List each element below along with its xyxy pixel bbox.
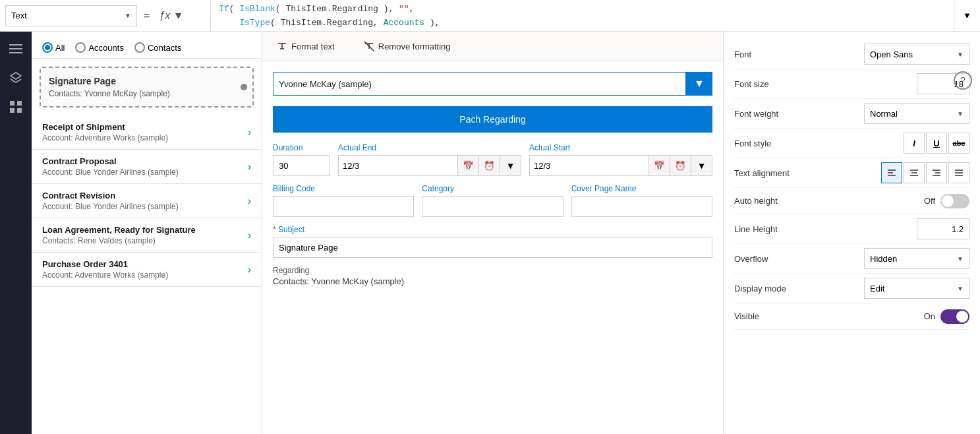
actual-start-field: 📅 ⏰ ▼ [529,155,712,176]
font-weight-label: Font weight [734,109,778,119]
align-justify-icon [954,168,964,178]
formula-equals: = [141,10,152,22]
form-content: ▼ Pach Regarding Duration Actual End 📅 ⏰ [262,61,723,297]
radio-accounts-label: Accounts [88,43,123,53]
help-icon[interactable]: ? [954,71,972,90]
remove-formatting-icon [364,41,374,51]
font-style-label: Font style [734,139,771,148]
actual-end-time-icon[interactable]: ⏰ [479,155,500,176]
actual-end-input[interactable] [338,155,458,176]
contract-title-3: Contract Revision [42,191,179,201]
font-size-label: Font size [734,79,769,89]
billing-code-label: Billing Code [273,184,414,193]
resize-handle[interactable] [241,84,247,90]
display-mode-select[interactable]: Edit ▼ [864,278,969,299]
display-mode-caret: ▼ [957,285,964,292]
prop-text-alignment: Text alignment [734,158,969,188]
subject-label: Subject [273,225,712,234]
actual-end-down-icon[interactable]: ▼ [500,155,521,176]
field-actual-start: Actual Start 📅 ⏰ ▼ [529,143,712,176]
remove-formatting-button[interactable]: Remove formatting [357,37,457,55]
prop-visible: Visible On [734,303,969,330]
prop-font-size: Font size [734,69,969,99]
align-left-button[interactable] [881,162,902,183]
list-item[interactable]: Purchase Order 3401 Account: Adventure W… [32,253,262,287]
actual-end-calendar-icon[interactable]: 📅 [458,155,479,176]
prop-line-height: Line Height [734,214,969,244]
category-label: Category [422,184,563,193]
align-center-button[interactable] [904,162,925,183]
list-item[interactable]: Loan Agreement, Ready for Signature Cont… [32,218,262,253]
cover-page-name-input[interactable] [571,196,712,217]
field-billing-code: Billing Code [273,184,414,217]
font-style-buttons: I U abc [904,133,969,154]
hamburger-icon[interactable] [4,37,28,61]
formula-bar-left: Text ▼ = ƒx ▼ [0,0,211,31]
line-height-input[interactable] [917,218,969,239]
visible-toggle[interactable] [940,309,969,324]
duration-input[interactable] [273,155,330,176]
contact-input[interactable] [273,72,686,96]
actual-end-field: 📅 ⏰ ▼ [338,155,521,176]
svg-rect-2 [9,52,22,53]
grid-icon[interactable] [4,95,28,119]
contact-dropdown-button[interactable]: ▼ [686,72,712,96]
italic-button[interactable]: I [904,133,925,154]
formula-dropdown-label: Text [11,11,27,20]
font-select[interactable]: Open Sans ▼ [864,44,969,65]
overflow-select[interactable]: Hidden ▼ [864,248,969,269]
category-input[interactable] [422,196,563,217]
patch-regarding-button[interactable]: Pach Regarding [273,106,712,133]
svg-marker-3 [11,73,21,79]
signature-page-sub: Contacts: Yvonne McKay (sample) [49,89,245,98]
billing-code-input[interactable] [273,196,414,217]
format-text-button[interactable]: Format text [270,37,341,55]
contact-selector: ▼ [273,72,712,96]
font-value: Open Sans [870,49,913,59]
subject-input[interactable] [273,237,712,258]
actual-start-label: Actual Start [529,143,712,152]
align-left-icon [886,168,897,178]
actual-start-down-icon[interactable]: ▼ [691,155,712,176]
formula-content: If( IsBlank( ThisItem.Regarding ), "", I… [219,4,610,31]
actual-start-calendar-icon[interactable]: 📅 [649,155,670,176]
list-item[interactable]: Contract Proposal Account: Blue Yonder A… [32,150,262,184]
formula-expand-btn[interactable]: ▼ [954,0,980,31]
svg-rect-6 [10,108,14,113]
underline-button[interactable]: U [926,133,947,154]
contracts-panel: All Accounts Contacts Signature Page Con… [32,32,262,434]
radio-all[interactable]: All [42,42,65,53]
layers-icon[interactable] [4,66,28,90]
format-toolbar: Format text Remove formatting [262,32,723,61]
alignment-buttons [881,162,969,183]
radio-accounts[interactable]: Accounts [75,42,123,53]
formula-dropdown[interactable]: Text ▼ [5,5,137,26]
formula-bar-right[interactable]: If( IsBlank( ThisItem.Regarding ), "", I… [211,0,954,31]
form-row-1: Duration Actual End 📅 ⏰ ▼ Actual Start [273,143,712,176]
formula-fx[interactable]: ƒx ▼ [156,10,186,22]
align-right-button[interactable] [926,162,947,183]
contracts-header: All Accounts Contacts [32,32,262,59]
auto-height-toggle[interactable] [940,194,969,208]
prop-font-style: Font style I U abc [734,129,969,158]
font-caret: ▼ [957,51,964,58]
duration-label: Duration [273,143,330,152]
actual-start-time-icon[interactable]: ⏰ [670,155,691,176]
radio-all-label: All [55,43,65,53]
visible-value: On [924,311,935,321]
contract-title-2: Contract Proposal [42,156,179,166]
font-weight-select[interactable]: Normal ▼ [864,103,969,124]
radio-contacts[interactable]: Contacts [134,42,181,53]
chevron-icon-3: › [248,195,251,207]
signature-page-card[interactable]: Signature Page Contacts: Yvonne McKay (s… [40,67,254,108]
align-justify-button[interactable] [948,162,969,183]
align-center-icon [909,168,919,178]
contract-title-5: Purchase Order 3401 [42,259,168,269]
radio-circle-contacts [134,42,145,53]
strikethrough-button[interactable]: abc [948,133,969,154]
chevron-icon-5: › [248,264,251,276]
actual-start-input[interactable] [529,155,649,176]
prop-display-mode: Display mode Edit ▼ [734,274,969,303]
list-item[interactable]: Contract Revision Account: Blue Yonder A… [32,184,262,218]
list-item[interactable]: Receipt of Shipment Account: Adventure W… [32,115,262,150]
